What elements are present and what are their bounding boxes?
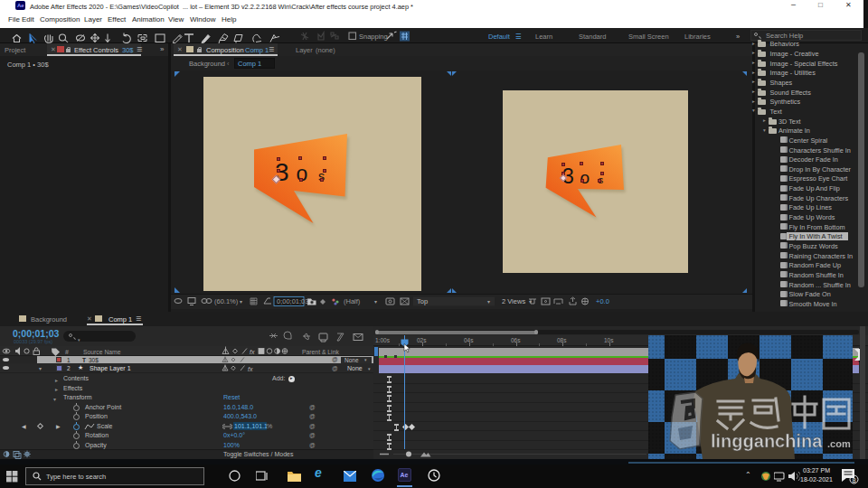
svg-text:lingganchina: lingganchina (711, 431, 823, 451)
svg-text:fx: fx (248, 366, 253, 372)
svg-text:#: # (65, 349, 69, 355)
svg-text:Parent & Link: Parent & Link (302, 349, 339, 355)
svg-text:▾: ▾ (487, 299, 490, 305)
svg-text:2 Views: 2 Views (502, 297, 525, 305)
svg-text:Source Name: Source Name (83, 349, 121, 355)
svg-text:8: 8 (853, 476, 856, 484)
svg-text:▾: ▾ (374, 299, 377, 305)
svg-text:0;00;01;03: 0;00;01;03 (277, 297, 308, 305)
svg-text:(60.1%): (60.1%) (214, 297, 239, 305)
svg-text:.com: .com (827, 438, 851, 449)
svg-text:▾: ▾ (240, 299, 242, 305)
svg-text:Snapping: Snapping (359, 33, 388, 41)
svg-text:(Half): (Half) (344, 297, 361, 305)
svg-text:Top: Top (417, 297, 428, 305)
svg-text:fx: fx (250, 349, 255, 355)
svg-text:+0.0: +0.0 (596, 297, 609, 305)
svg-text:o: o (580, 168, 590, 187)
